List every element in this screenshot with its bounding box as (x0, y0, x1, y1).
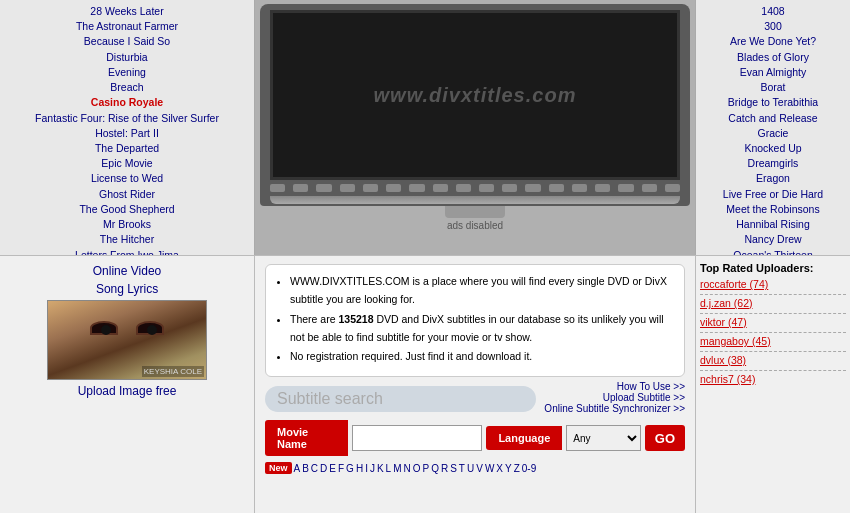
alpha-letter-link[interactable]: V (476, 463, 483, 474)
alpha-letter-link[interactable]: G (346, 463, 354, 474)
alpha-letter-link[interactable]: F (338, 463, 344, 474)
right-sidebar-movie-link[interactable]: Knocked Up (698, 141, 848, 156)
left-sidebar-movie-link[interactable]: Evening (0, 65, 254, 80)
uploader-link[interactable]: roccaforte (74) (700, 278, 768, 290)
alpha-letter-link[interactable]: X (496, 463, 503, 474)
no-registration-text: No registration required. Just find it a… (290, 350, 532, 362)
go-button[interactable]: GO (645, 425, 685, 451)
how-to-use-link[interactable]: How To Use >> (617, 381, 685, 392)
right-sidebar-movie-link[interactable]: Evan Almighty (698, 65, 848, 80)
left-sidebar-movie-link[interactable]: Casino Royale (0, 95, 254, 110)
song-lyrics-link[interactable]: Song Lyrics (96, 282, 158, 296)
movie-name-label: Movie Name (265, 420, 348, 456)
online-synchronizer-link[interactable]: Online Subtitle Synchronizer >> (544, 403, 685, 414)
alpha-letter-link[interactable]: Z (514, 463, 520, 474)
left-sidebar-movie-link[interactable]: Epic Movie (0, 156, 254, 171)
alpha-letter-link[interactable]: B (302, 463, 309, 474)
right-sidebar-movie-link[interactable]: Blades of Glory (698, 50, 848, 65)
info-item-1: WWW.DIVXTITLES.COM is a place where you … (290, 273, 674, 309)
film-hole (479, 184, 494, 192)
count-prefix: There are (290, 313, 336, 325)
film-hole (270, 184, 285, 192)
online-video-link[interactable]: Online Video (93, 264, 162, 278)
alpha-letter-link[interactable]: D (320, 463, 327, 474)
alpha-letter-link[interactable]: A (294, 463, 301, 474)
left-sidebar-movie-link[interactable]: Hostel: Part II (0, 126, 254, 141)
alpha-letter-link[interactable]: L (386, 463, 392, 474)
left-sidebar-movie-link[interactable]: Letters From Iwo Jima (0, 248, 254, 256)
alpha-letter-link[interactable]: 0-9 (522, 463, 536, 474)
right-sidebar-movie-link[interactable]: Borat (698, 80, 848, 95)
uploader-link[interactable]: mangaboy (45) (700, 335, 771, 347)
alpha-letter-link[interactable]: S (450, 463, 457, 474)
left-sidebar-movie-link[interactable]: The Departed (0, 141, 254, 156)
film-hole (665, 184, 680, 192)
uploader-link[interactable]: d.j.zan (62) (700, 297, 753, 309)
film-hole (409, 184, 424, 192)
alpha-letter-link[interactable]: U (467, 463, 474, 474)
alpha-bar: New ABCDEFGHIJKLMNOPQRSTUVWXYZ0-9 (265, 462, 685, 474)
alpha-letter-link[interactable]: N (403, 463, 410, 474)
alpha-letter-link[interactable]: W (485, 463, 494, 474)
left-sidebar-movie-link[interactable]: License to Wed (0, 171, 254, 186)
right-sidebar-movie-link[interactable]: Nancy Drew (698, 232, 848, 247)
right-sidebar-movie-link[interactable]: 1408 (698, 4, 848, 19)
uploader-divider (700, 351, 846, 352)
alpha-letter-link[interactable]: Q (431, 463, 439, 474)
alpha-letter-link[interactable]: I (365, 463, 368, 474)
uploader-link[interactable]: nchris7 (34) (700, 373, 755, 385)
alpha-letter-link[interactable]: M (393, 463, 401, 474)
alpha-letter-link[interactable]: T (459, 463, 465, 474)
language-label: Language (486, 426, 562, 450)
film-strip-top (270, 180, 680, 196)
right-sidebar-movie-link[interactable]: 300 (698, 19, 848, 34)
movie-name-input[interactable] (352, 425, 482, 451)
right-sidebar-movie-link[interactable]: Catch and Release (698, 111, 848, 126)
left-sidebar-movie-link[interactable]: Because I Said So (0, 34, 254, 49)
uploader-item: mangaboy (45) (700, 335, 846, 347)
alpha-letter-link[interactable]: H (356, 463, 363, 474)
right-sidebar-movie-link[interactable]: Gracie (698, 126, 848, 141)
left-sidebar-movie-link[interactable]: The Astronaut Farmer (0, 19, 254, 34)
right-sidebar-movie-link[interactable]: Hannibal Rising (698, 217, 848, 232)
right-sidebar-movie-link[interactable]: Bridge to Terabithia (698, 95, 848, 110)
upload-subtitle-link[interactable]: Upload Subtitle >> (603, 392, 685, 403)
left-sidebar-movie-link[interactable]: Breach (0, 80, 254, 95)
right-sidebar-movie-link[interactable]: Ocean's Thirteen (698, 248, 848, 256)
film-hole (502, 184, 517, 192)
left-sidebar-movie-link[interactable]: Ghost Rider (0, 187, 254, 202)
right-sidebar-movie-link[interactable]: Eragon (698, 171, 848, 186)
alpha-letter-link[interactable]: R (441, 463, 448, 474)
info-item-2: There are 135218 DVD and DivX subtitles … (290, 311, 674, 347)
uploader-link[interactable]: dvlux (38) (700, 354, 746, 366)
right-sidebar: 1408300Are We Done Yet?Blades of GloryEv… (695, 0, 850, 255)
uploader-divider (700, 332, 846, 333)
alpha-letter-link[interactable]: J (370, 463, 375, 474)
language-select[interactable]: Any English French German Spanish (566, 425, 640, 451)
film-hole (456, 184, 471, 192)
right-sidebar-movie-link[interactable]: Meet the Robinsons (698, 202, 848, 217)
left-sidebar-movie-link[interactable]: Mr Brooks (0, 217, 254, 232)
alpha-letter-link[interactable]: E (329, 463, 336, 474)
alpha-letter-link[interactable]: C (311, 463, 318, 474)
left-sidebar-movie-link[interactable]: The Hitcher (0, 232, 254, 247)
right-sidebar-movie-link[interactable]: Are We Done Yet? (698, 34, 848, 49)
left-sidebar-movie-link[interactable]: Fantastic Four: Rise of the Silver Surfe… (0, 111, 254, 126)
uploader-link[interactable]: viktor (47) (700, 316, 747, 328)
site-description: WWW.DIVXTITLES.COM is a place where you … (290, 275, 667, 305)
alpha-letter-link[interactable]: O (413, 463, 421, 474)
right-sidebar-movie-link[interactable]: Live Free or Die Hard (698, 187, 848, 202)
alpha-letter-link[interactable]: Y (505, 463, 512, 474)
left-sidebar-movie-link[interactable]: The Good Shepherd (0, 202, 254, 217)
uploader-divider (700, 313, 846, 314)
right-sidebar-movie-link[interactable]: Dreamgirls (698, 156, 848, 171)
left-sidebar-movie-link[interactable]: Disturbia (0, 50, 254, 65)
film-hole (316, 184, 331, 192)
film-hole (595, 184, 610, 192)
alpha-letter-link[interactable]: P (423, 463, 430, 474)
search-placeholder-text: Subtitle search (277, 390, 383, 408)
left-sidebar-movie-link[interactable]: 28 Weeks Later (0, 4, 254, 19)
bottom-center-panel: WWW.DIVXTITLES.COM is a place where you … (255, 256, 695, 513)
alpha-letter-link[interactable]: K (377, 463, 384, 474)
upload-image-link[interactable]: Upload Image free (78, 384, 177, 398)
